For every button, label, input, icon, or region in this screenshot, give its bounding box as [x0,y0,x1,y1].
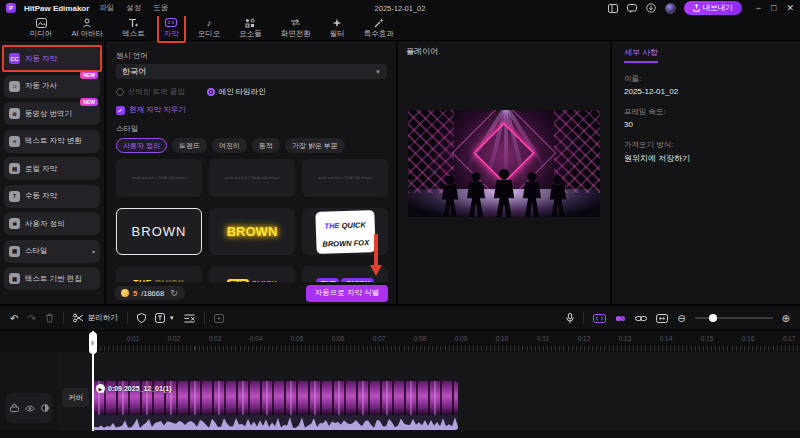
tab-ai-avatar[interactable]: AI 아바타 [72,17,104,39]
zoom-out-icon[interactable]: ⊖ [677,313,685,324]
details-panel: 세부 사항 이름: 2025-12-01_02 프레임 속도: 30 가져오기 … [612,41,800,304]
download-icon[interactable] [646,3,657,13]
video-preview[interactable] [408,110,600,217]
zoom-in-icon[interactable]: ⊕ [782,313,790,324]
record-voiceover-icon[interactable] [566,313,574,324]
ruler-label: 0:09 [455,335,468,342]
app-name: HitPaw Edimakor [24,4,89,13]
linked-selection-icon[interactable] [615,315,626,322]
style-card-white-sticker[interactable]: THE QUICK BROWN FOX [302,208,388,255]
playhead[interactable]: ‖ [92,331,94,431]
auto-lyrics-icon: ♫ [9,81,20,92]
style-card-sample-1[interactable]: 날렵한 갈색 여우가 게으른 개를 뛰어넘다 [116,159,202,197]
upload-icon [693,4,700,12]
tab-text[interactable]: 텍스트 [122,17,145,39]
style-card-yellow-glow[interactable]: BROWN [209,208,295,255]
tab-transition[interactable]: 화면전환 [281,17,311,39]
ruler-label: 0:14 [660,335,673,342]
radio-circle-icon [207,88,215,96]
split-button[interactable]: 분리하기 [73,313,118,323]
radio-main-timeline[interactable]: 메인 타임라인 [207,87,266,97]
frame-rate-label: 프레임 속도: [624,107,788,117]
sidebar-item-style[interactable]: ▦ 스타일 ▾ [4,240,100,263]
clip-play-icon: ▶ [96,384,105,393]
style-tab-trend[interactable]: 트렌드 [172,138,207,153]
sidebar-item-manual-subtitle[interactable]: T 수동 자막 [4,185,100,208]
track-lock-icon[interactable] [10,404,19,412]
remove-subtitle-icon[interactable] [184,314,195,323]
clip-waveform [92,415,458,430]
clear-current-subtitle-checkbox[interactable]: ✓ 현재 자막 지우기 [116,105,387,115]
tab-media[interactable]: 미디어 [30,17,53,39]
tab-audio[interactable]: ♪ 오디오 [198,17,221,39]
custom-icon: ✱ [9,218,20,229]
subtitle-panel-footer: 5/18668 ↻ 자동으로 자막 식별 [106,282,396,304]
link-clips-icon[interactable] [635,315,647,322]
layout-icon[interactable] [608,3,619,13]
tab-effects[interactable]: 특수효과 [364,17,394,39]
chevron-down-icon: ▼ [375,69,381,75]
tab-subtitle[interactable]: 자막 [164,17,179,39]
export-button[interactable]: 내보내기 [684,1,742,15]
tab-filter[interactable]: 필터 [330,17,345,39]
close-button[interactable]: ✕ [786,3,794,13]
freeze-frame-icon[interactable] [214,314,224,323]
ruler-label: 0:08 [414,335,427,342]
menu-file[interactable]: 파일 [97,3,116,13]
timeline-zoom-slider[interactable] [695,317,773,319]
style-tab-still[interactable]: 여전히 [212,138,247,153]
sidebar-item-video-translator[interactable]: ⊕ 동영상 번역기 NEW [4,102,100,125]
ruler-label: 0:15 [701,335,714,342]
track-visibility-icon[interactable] [25,405,35,412]
style-card-sample-3[interactable]: 날렵한 갈색 여우가 게으른 개를 뛰어넘다 [302,159,388,197]
minimize-button[interactable]: − [756,3,761,13]
ruler-label: 0:02 [168,335,181,342]
user-avatar[interactable] [665,3,676,14]
delete-icon[interactable] [45,313,54,323]
style-section-label: 스타일 [116,124,387,134]
marker-icon[interactable] [137,313,146,323]
language-select[interactable]: 한국어 ▼ [116,64,387,79]
playhead-handle[interactable]: ‖ [89,332,97,354]
track-mute-icon[interactable] [41,404,49,412]
style-tab-highlight[interactable]: 가장 밝은 부분 [285,138,345,153]
add-text-icon[interactable]: ▼ [155,313,175,323]
zoom-slider-handle[interactable] [709,314,717,322]
menu-help[interactable]: 도움 [151,3,170,13]
timeline-ruler[interactable]: 0:010:020:030:040:050:060:070:080:090:10… [0,331,800,352]
maximize-button[interactable]: □ [771,3,776,13]
details-tab[interactable]: 세부 사항 [624,47,658,63]
language-value: 한국어 [122,66,146,77]
text-based-edit-icon: ▣ [9,273,20,284]
ruler-label: 0:07 [373,335,386,342]
auto-identify-subtitles-button[interactable]: 자동으로 자막 식별 [306,285,388,302]
ruler-label: 0:04 [250,335,263,342]
undo-icon[interactable]: ↶ [10,313,18,324]
style-tab-custom[interactable]: 사용자 정의 [116,138,167,153]
fit-timeline-icon[interactable] [656,314,668,323]
tab-elements[interactable]: 요소들 [239,17,262,39]
magnetic-timeline-icon[interactable] [593,314,606,323]
sidebar-item-custom[interactable]: ✱ 사용자 정의 [4,212,100,235]
style-icon: ▦ [9,246,20,257]
sidebar-item-local-subtitle[interactable]: ▤ 로컬 자막 [4,157,100,180]
subtitle-sidebar: CC 자동 자막 ♫ 자동 가사 NEW ⊕ 동영상 번역기 NEW ≡ 텍스트… [0,41,104,304]
timeline-toolbar: ↶ ↷ 분리하기 ▼ ⊖ ⊕ [0,305,800,331]
refresh-icon[interactable]: ↻ [170,288,178,298]
style-card-plain-selected[interactable]: BROWN [116,208,202,255]
style-tab-dynamic[interactable]: 동적 [252,138,280,153]
video-translator-icon: ⊕ [9,108,20,119]
style-card-sample-2[interactable]: 날렵한 갈색 여우가 게으른 개를 뛰어넘다 [209,159,295,197]
sidebar-item-auto-lyrics[interactable]: ♫ 자동 가사 NEW [4,75,100,98]
video-clip[interactable]: ▶ 0:09 2025_12_01(1) [92,381,458,430]
sidebar-item-text-based-edit[interactable]: ▣ 텍스트 기반 편집 [4,267,100,290]
cover-button[interactable]: 커버 [62,388,89,407]
track-area: 커버 ▶ 0:09 2025_12_01(1) [0,352,800,430]
radio-selected-track-clip[interactable]: 선택된 트랙 클립 [116,87,185,97]
redo-icon[interactable]: ↷ [27,313,35,324]
manual-subtitle-icon: T [9,191,20,202]
sidebar-item-auto-subtitle[interactable]: CC 자동 자막 [4,47,100,70]
sidebar-item-text-subtitle-convert[interactable]: ≡ 텍스트 자막 변환 [4,130,100,153]
feedback-icon[interactable] [627,3,638,13]
menu-settings[interactable]: 설정 [124,3,143,13]
